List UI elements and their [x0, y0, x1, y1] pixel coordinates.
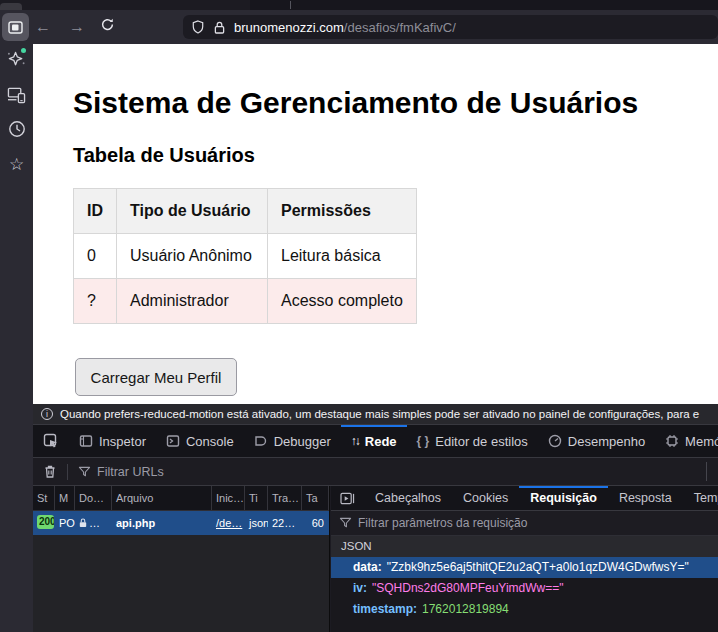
tracking-protection-shield-icon[interactable] — [192, 20, 204, 34]
tab-editor-de-estilos[interactable]: { } Editor de estilos — [407, 425, 538, 457]
tab-requisicao[interactable]: Requisição — [519, 486, 608, 510]
param-row-timestamp[interactable]: timestamp:1762012819894 — [331, 599, 718, 620]
browser-tab-partial[interactable] — [0, 3, 22, 10]
request-list-header: St M Do… Arquivo Inic… Ti Tra… Ta — [33, 486, 329, 511]
notification-text: Quando prefers-reduced-motion está ativa… — [60, 408, 699, 420]
tab-label: Memória — [685, 434, 718, 449]
reload-button[interactable] — [100, 17, 115, 32]
load-profile-button[interactable]: Carregar Meu Perfil — [75, 358, 237, 396]
request-domain: … — [75, 517, 112, 529]
col-transferred[interactable]: Tra… — [268, 486, 302, 510]
sparkle-icon — [7, 50, 26, 69]
back-arrow-icon: ← — [35, 18, 51, 36]
tab-label: Editor de estilos — [435, 434, 528, 449]
tab-debugger[interactable]: Debugger — [244, 425, 341, 457]
url-bar[interactable]: brunomenozzi.com/desafios/fmKafivC/ — [183, 15, 718, 39]
url-path: /desafios/fmKafivC/ — [344, 20, 456, 35]
resend-request-button[interactable] — [331, 486, 364, 510]
tab-label: Desempenho — [568, 434, 645, 449]
url-filter-input[interactable] — [97, 465, 297, 479]
page-title: Sistema de Gerenciamento de Usuários — [73, 86, 638, 120]
pick-element-button[interactable] — [33, 425, 69, 457]
devices-icon — [7, 86, 26, 104]
ai-chat-button[interactable] — [0, 50, 33, 69]
col-file[interactable]: Arquivo — [112, 486, 212, 510]
table-row-anonimo: 0 Usuário Anônimo Leitura básica — [74, 234, 417, 279]
param-row-data[interactable]: data:"Zzbk9hz5e6aj5thitQE2u2aQT+a0lo1qzD… — [331, 557, 718, 578]
param-filter[interactable] — [331, 511, 718, 536]
tab-divider — [290, 1, 291, 9]
forward-arrow-icon: → — [69, 18, 85, 36]
clear-requests-button[interactable] — [33, 464, 67, 479]
bookmarks-button[interactable]: ☆ — [0, 156, 33, 173]
col-method[interactable]: M — [55, 486, 75, 510]
tab-desempenho[interactable]: Desempenho — [538, 425, 655, 457]
cell-id: 0 — [74, 234, 117, 279]
memory-chip-icon — [665, 434, 679, 448]
tab-label: Tempos — [694, 491, 718, 505]
devtools-notification-bar: i Quando prefers-reduced-motion está ati… — [33, 404, 718, 425]
history-button[interactable] — [0, 120, 33, 138]
tab-console[interactable]: Console — [156, 425, 244, 457]
param-filter-input[interactable] — [358, 516, 598, 530]
devtools-panel: i Quando prefers-reduced-motion está ati… — [33, 404, 718, 632]
star-icon: ☆ — [9, 156, 24, 173]
param-value: 1762012819894 — [422, 602, 509, 616]
browser-toolbar: ← → brunomenozzi.com/desafios/fmKafivC/ — [0, 10, 718, 44]
window-tab-strip — [0, 0, 718, 10]
request-method: POST — [55, 517, 75, 529]
inspector-icon — [79, 434, 93, 448]
tab-label: Inspetor — [99, 434, 146, 449]
col-status[interactable]: St — [33, 486, 55, 510]
page-content: Sistema de Gerenciamento de Usuários Tab… — [33, 44, 718, 404]
col-domain[interactable]: Do… — [75, 486, 112, 510]
synced-tabs-button[interactable] — [0, 86, 33, 104]
col-size[interactable]: Ta — [302, 486, 329, 510]
tab-inspetor[interactable]: Inspetor — [69, 425, 156, 457]
play-box-icon — [340, 492, 355, 505]
json-section-header[interactable]: JSON — [331, 536, 718, 557]
tab-label: Debugger — [274, 434, 331, 449]
param-value: "SQHDns2dG80MPFeuYimdWw==" — [372, 581, 563, 595]
col-header-tipo: Tipo de Usuário — [117, 189, 268, 234]
col-header-permissoes: Permissões — [268, 189, 417, 234]
param-key: data: — [353, 560, 382, 574]
tab-label: Rede — [365, 434, 397, 449]
tab-cabecalhos[interactable]: Cabeçalhos — [364, 486, 452, 510]
network-toolbar — [33, 458, 718, 486]
request-file: api.php — [112, 517, 212, 529]
network-split-view: St M Do… Arquivo Inic… Ti Tra… Ta 200 PO… — [33, 486, 718, 632]
request-details-panel: Cabeçalhos Cookies Requisição Resposta T… — [331, 486, 718, 632]
tab-cookies[interactable]: Cookies — [452, 486, 519, 510]
tab-label: Console — [186, 434, 234, 449]
col-initiator[interactable]: Inic… — [212, 486, 245, 510]
active-tab-indicator — [341, 425, 407, 427]
details-tab-bar: Cabeçalhos Cookies Requisição Resposta T… — [331, 486, 718, 511]
col-header-id: ID — [74, 189, 117, 234]
funnel-icon — [78, 466, 91, 478]
tab-memoria[interactable]: Memória — [655, 425, 718, 457]
active-tab-indicator — [519, 486, 608, 488]
performance-gauge-icon — [548, 434, 562, 448]
table-row-admin: ? Administrador Acesso completo — [74, 279, 417, 324]
request-initiator[interactable]: /de… — [212, 517, 245, 529]
url-filter[interactable] — [78, 465, 297, 479]
tab-rede[interactable]: ↑↓ Rede — [341, 425, 407, 457]
section-heading: Tabela de Usuários — [73, 144, 255, 167]
cell-tipo: Usuário Anônimo — [117, 234, 268, 279]
https-lock-icon[interactable] — [214, 21, 225, 34]
request-size: 60 — [302, 517, 329, 529]
param-key: iv: — [353, 581, 367, 595]
forward-button[interactable]: → — [66, 15, 88, 39]
param-row-iv[interactable]: iv:"SQHDns2dG80MPFeuYimdWw==" — [331, 578, 718, 599]
tab-resposta[interactable]: Resposta — [608, 486, 683, 510]
tab-tempos[interactable]: Tempos — [683, 486, 718, 510]
tab-label: Resposta — [619, 491, 672, 505]
col-type[interactable]: Ti — [245, 486, 268, 510]
url-host: brunomenozzi.com — [234, 20, 344, 35]
tab-label: Cabeçalhos — [375, 491, 441, 505]
sidebar-toggle-button[interactable] — [2, 13, 29, 41]
firefox-sidebar: ☆ — [0, 44, 33, 632]
request-row-selected[interactable]: 200 POST … api.php /de… json 22… 60 — [33, 511, 329, 535]
back-button[interactable]: ← — [32, 15, 54, 39]
